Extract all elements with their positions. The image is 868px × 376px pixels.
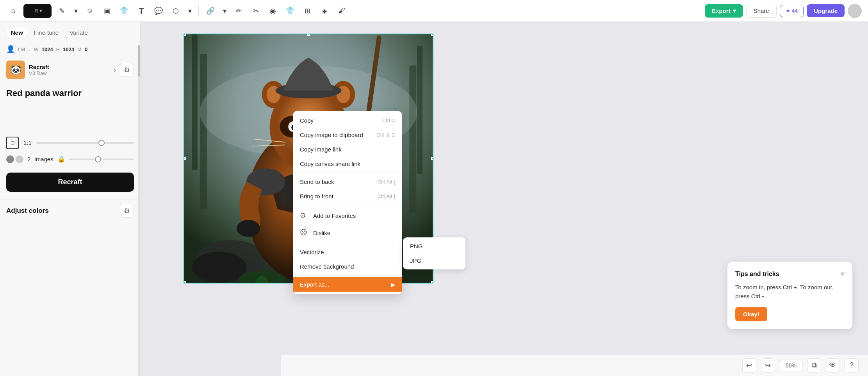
menu-bring-front-shortcut: Ctrl Alt ] [377,193,395,199]
color-circles [6,155,23,163]
model-row[interactable]: 🐼 Recraft V3 Raw › ⚙ [0,57,140,83]
text-icon[interactable]: T [134,4,148,18]
brush-icon[interactable]: 🖌 [335,4,349,18]
draw-icon[interactable]: ✎ [55,4,69,18]
resize-handle-tl[interactable] [184,34,186,36]
menu-copy-link-label: Copy image link [300,146,342,153]
color-circle-2 [16,155,23,163]
menu-send-back-shortcut: Ctrl Alt [ [377,179,395,185]
eye-button[interactable]: 👁 [826,358,840,372]
menu-copy[interactable]: Copy Ctrl C [293,113,402,128]
scrollbar-track [138,45,140,376]
logo-button[interactable]: R ▾ [23,4,52,18]
menu-export-as[interactable]: Export as... ▶ [293,277,402,292]
height-value: 1024 [63,46,74,52]
tab-new[interactable]: New [6,27,28,38]
menu-favorites-inner: ⊙ Add to Favorites [300,211,356,220]
rotation-value: 0 [85,46,87,52]
shape-icon[interactable]: ⬡ [169,4,183,18]
link-icon[interactable]: 🔗 [203,4,217,18]
user-icon: 👤 [6,45,15,53]
tips-title: Tips and tricks [735,271,779,278]
credits-button[interactable]: ✦ 44 [780,5,804,17]
image-icon[interactable]: ▣ [100,4,114,18]
menu-vectorize[interactable]: Vectorize [293,245,402,259]
export-button[interactable]: Export ▾ [705,4,743,18]
menu-copy-link[interactable]: Copy image link [293,142,402,157]
menu-remove-bg[interactable]: Remove background [293,259,402,274]
context-menu: Copy Ctrl C Copy image to clipboard Ctrl… [293,111,402,294]
model-name: Recraft [29,64,49,70]
upgrade-button[interactable]: Upgrade [807,4,845,17]
resize-handle-tr[interactable] [431,34,433,36]
height-label: H [56,46,60,52]
help-icon: ? [850,361,854,369]
ratio-slider-thumb [98,140,105,146]
zoom-display[interactable]: 50% [780,360,802,371]
avatar[interactable] [848,4,862,18]
recraft-button[interactable]: Recraft [6,173,134,192]
submenu-jpg[interactable]: JPG [403,253,465,268]
chat-icon[interactable]: 💬 [151,4,166,18]
tab-finetune[interactable]: Fine-tune [29,27,63,38]
shape-dropdown-icon[interactable]: ▾ [186,4,194,18]
adjust-colors-icon[interactable]: ⚙ [120,204,134,218]
menu-remove-bg-label: Remove background [300,263,354,270]
resize-handle-mr[interactable] [431,157,433,160]
logo-dropdown-icon: ▾ [39,8,42,14]
menu-vectorize-label: Vectorize [300,249,324,255]
model-sub: V3 Raw [29,70,49,76]
scrollbar-thumb[interactable] [138,45,140,77]
chevron-draw-icon[interactable]: ▾ [72,4,80,18]
tips-header: Tips and tricks × [735,269,845,278]
tshirt-icon[interactable]: 👕 [117,4,131,18]
home-icon[interactable]: ⌂ [6,4,20,18]
model-chevron-icon[interactable]: › [114,66,116,74]
lock-icon: 🔒 [57,155,65,163]
tips-close-button[interactable]: × [840,269,845,278]
tips-okay-button[interactable]: Okay! [735,307,767,321]
menu-send-back[interactable]: Send to back Ctrl Alt [ [293,175,402,189]
resize-handle-br[interactable] [431,281,433,283]
resize-handle-ml[interactable] [184,157,186,160]
color-circle-1 [6,155,14,163]
menu-favorites[interactable]: ⊙ Add to Favorites [293,207,402,224]
menu-copy-canvas-link[interactable]: Copy canvas share link [293,157,402,171]
stamp-icon[interactable]: ◈ [317,4,332,18]
layers-button[interactable]: ⧉ [807,358,821,372]
layers-icon: ⧉ [812,361,817,369]
ratio-slider[interactable] [36,142,134,144]
chevron-link-icon[interactable]: ▾ [221,4,228,18]
shirt2-icon[interactable]: 👕 [283,4,297,18]
undo-button[interactable]: ↩ [742,358,756,372]
svg-rect-1 [200,54,207,209]
menu-copy-clipboard[interactable]: Copy image to clipboard Ctrl ⇧ C [293,128,402,142]
resize-handle-tm[interactable] [307,34,310,36]
width-value: 1024 [42,46,53,52]
divider-4 [293,275,402,276]
model-settings-icon[interactable]: ⚙ [120,63,134,77]
divider-1 [293,173,402,173]
favorites-icon: ⊙ [300,211,309,220]
canvas-area: Copy Ctrl C Copy image to clipboard Ctrl… [141,22,868,376]
share-button[interactable]: Share [746,4,777,18]
resize-handle-bl[interactable] [184,281,186,283]
images-slider[interactable] [69,159,134,160]
pen-icon[interactable]: ✏ [232,4,246,18]
width-label: W [34,46,39,52]
logo-text: R [34,8,38,14]
ratio-row: ▢ 1:1 [0,134,140,152]
menu-dislike[interactable]: ☹ Dislike [293,224,402,241]
face-icon[interactable]: ☺ [83,4,97,18]
submenu-png[interactable]: PNG [403,239,465,253]
tab-variate[interactable]: Variate [65,27,92,38]
circle-icon[interactable]: ◉ [266,4,280,18]
scissors-icon[interactable]: ✂ [249,4,263,18]
redo-icon: ↪ [765,361,771,370]
adjust-colors-label: Adjust colors [6,207,49,215]
pattern-icon[interactable]: ⊞ [300,4,314,18]
redo-button[interactable]: ↪ [761,358,775,372]
menu-bring-front[interactable]: Bring to front Ctrl Alt ] [293,189,402,203]
help-button[interactable]: ? [845,358,859,372]
eye-icon: 👁 [829,361,836,369]
